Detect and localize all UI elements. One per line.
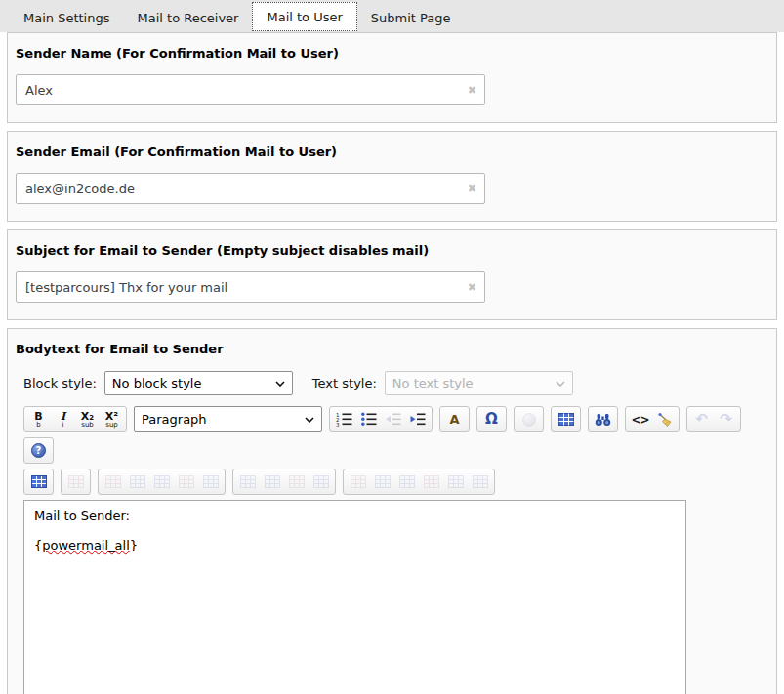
link-icon	[522, 413, 536, 427]
paragraph-format-select[interactable]: Paragraph	[134, 406, 322, 432]
chevron-down-icon	[305, 417, 314, 423]
broom-icon	[657, 412, 673, 427]
text-style-label: Text style:	[312, 376, 377, 390]
remove-format-button[interactable]	[652, 408, 677, 430]
bodytext-label: Bodytext for Email to Sender	[16, 342, 768, 356]
table-properties-icon	[68, 475, 84, 488]
editor-line: Mail to Sender:	[34, 509, 676, 523]
clear-icon[interactable]: ✖	[468, 282, 476, 293]
cell-insert-after-button	[394, 470, 419, 493]
format-button-group: B b I i X₂ sub X² sup	[23, 406, 127, 432]
cell-split-button	[468, 470, 492, 493]
outdent-button	[381, 408, 405, 430]
cell-ops-group	[343, 469, 495, 495]
rte-toolbar-format: B b I i X₂ sub X² sup Paragraph	[23, 406, 768, 432]
cell-delete-icon	[424, 475, 439, 488]
column-delete-button	[284, 470, 309, 493]
cell-insert-before-icon	[375, 475, 391, 488]
tab-bar: Main Settings Mail to Receiver Mail to U…	[0, 0, 784, 32]
subject-input-wrap: ✖	[16, 271, 485, 303]
subscript-icon-sub: sub	[81, 422, 94, 429]
sender-name-label: Sender Name (For Confirmation Mail to Us…	[16, 46, 768, 61]
clear-icon[interactable]: ✖	[468, 85, 476, 96]
table-properties-button	[63, 470, 88, 493]
sender-email-input[interactable]	[16, 173, 485, 204]
text-color-group: A	[439, 406, 470, 432]
table-icon	[558, 413, 574, 426]
subject-label: Subject for Email to Sender (Empty subje…	[16, 243, 768, 258]
text-color-icon: A	[449, 413, 459, 426]
svg-text:3: 3	[336, 422, 340, 427]
find-replace-button[interactable]	[591, 408, 615, 430]
history-group: ↶ ↷	[686, 406, 741, 432]
rte-editor-area[interactable]: Mail to Sender: {powermail_all}	[23, 500, 686, 694]
column-split-icon	[313, 475, 329, 488]
clear-icon[interactable]: ✖	[468, 184, 476, 194]
table-insert-button[interactable]	[26, 470, 51, 493]
text-style-select: No text style	[385, 371, 573, 395]
block-style-label: Block style:	[23, 376, 97, 390]
link-button	[516, 408, 541, 430]
unordered-list-button[interactable]	[356, 408, 381, 430]
subject-input[interactable]	[16, 271, 485, 303]
source-code-icon: <>	[631, 414, 648, 426]
column-delete-icon	[289, 475, 305, 488]
text-color-button[interactable]: A	[442, 408, 467, 430]
superscript-icon: X²	[105, 411, 118, 422]
outdent-icon	[385, 412, 401, 427]
sender-name-input[interactable]	[16, 74, 485, 105]
sender-email-label: Sender Email (For Confirmation Mail to U…	[16, 144, 768, 159]
source-view-button[interactable]: <>	[628, 408, 652, 430]
help-group: ?	[23, 437, 54, 464]
subscript-button[interactable]: X₂ sub	[75, 408, 100, 430]
ordered-list-button[interactable]: 1 2 3	[332, 408, 356, 430]
tab-mail-to-user[interactable]: Mail to User	[252, 2, 356, 31]
insert-table-button[interactable]	[554, 408, 578, 430]
tab-submit-page[interactable]: Submit Page	[357, 3, 465, 32]
cell-merge-icon	[448, 475, 464, 488]
tab-main-settings[interactable]: Main Settings	[10, 3, 124, 32]
cell-properties-button	[346, 470, 370, 493]
row-properties-button	[101, 470, 125, 493]
ordered-list-icon: 1 2 3	[336, 412, 352, 427]
special-character-button[interactable]: Ω	[479, 408, 504, 430]
redo-icon: ↷	[720, 412, 732, 427]
block-style-select[interactable]: No block style	[104, 371, 293, 395]
column-ops-group	[232, 469, 336, 495]
redo-button: ↷	[714, 408, 738, 430]
cell-insert-before-button	[370, 470, 394, 493]
bold-icon: B	[34, 411, 42, 422]
column-split-button	[309, 470, 333, 493]
bold-button[interactable]: B b	[26, 408, 51, 430]
cell-delete-button	[419, 470, 443, 493]
tab-mail-to-receiver[interactable]: Mail to Receiver	[124, 3, 253, 32]
superscript-button[interactable]: X² sup	[100, 408, 124, 430]
special-character-group: Ω	[476, 406, 507, 432]
table-insert-icon	[31, 475, 47, 488]
row-split-button	[198, 470, 223, 493]
sender-email-input-wrap: ✖	[16, 173, 485, 204]
section-sender-email: Sender Email (For Confirmation Mail to U…	[7, 131, 777, 222]
undo-icon: ↶	[695, 412, 708, 427]
table-properties-group	[61, 469, 91, 495]
editor-line: {powermail_all}	[34, 538, 676, 552]
help-button[interactable]: ?	[26, 439, 51, 462]
chevron-down-icon	[275, 381, 285, 387]
row-split-icon	[203, 475, 219, 488]
superscript-icon-sub: sup	[105, 422, 118, 429]
table-group	[551, 406, 581, 432]
chevron-down-icon	[556, 381, 565, 387]
row-insert-under-button	[149, 470, 174, 493]
sender-name-input-wrap: ✖	[16, 74, 485, 105]
binoculars-icon	[595, 413, 611, 427]
brace-close: }	[130, 538, 138, 552]
column-insert-after-icon	[265, 475, 280, 488]
text-style-value: No text style	[392, 376, 474, 390]
column-insert-before-icon	[240, 475, 256, 488]
row-insert-above-button	[125, 470, 149, 493]
rte-toolbar-help: ?	[23, 437, 768, 464]
italic-icon-sub: i	[62, 422, 64, 429]
italic-button[interactable]: I i	[51, 408, 75, 430]
indent-icon	[409, 412, 426, 427]
indent-button[interactable]	[405, 408, 430, 430]
